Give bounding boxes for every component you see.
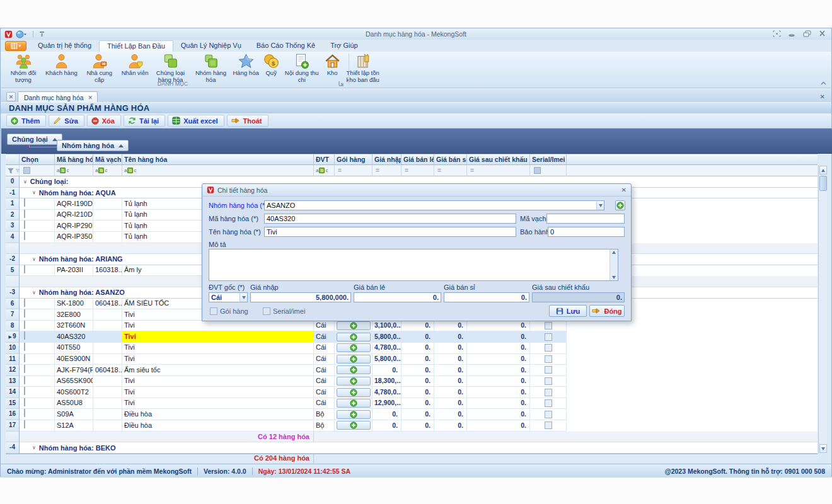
gia-sau-chiet-khau-input[interactable] xyxy=(532,292,625,302)
cell-ma[interactable]: 40AS320 xyxy=(55,331,93,343)
cell-le[interactable]: 0. xyxy=(402,365,434,376)
filter-cell-si[interactable]: = xyxy=(434,165,467,176)
cell-si[interactable]: 0. xyxy=(434,387,467,398)
cell-vach[interactable] xyxy=(93,398,122,410)
cell-ma[interactable]: AQR-I210DN(... xyxy=(55,210,93,221)
cell-si[interactable]: 0. xyxy=(434,331,467,343)
cell-le[interactable]: 0. xyxy=(402,343,434,354)
cell-ma[interactable]: 32T660N xyxy=(55,321,93,332)
group-chip-chung-loai[interactable]: Chủng loại xyxy=(7,134,62,145)
cell-serial[interactable] xyxy=(530,409,567,420)
cell-vach[interactable]: 160318... xyxy=(93,265,122,277)
table-row-12[interactable]: 12AJK-F794(R)060418...Ấm siêu tốcCái0.0.… xyxy=(6,365,818,376)
cell-chon[interactable] xyxy=(20,210,55,221)
cell-le[interactable]: 0. xyxy=(402,398,434,410)
filter-cell-le[interactable]: = xyxy=(402,165,434,176)
table-row-11[interactable]: 1140ES900NTiviCái5,800,0...0.0.0. xyxy=(6,354,818,365)
goi-hang-add-button[interactable] xyxy=(337,355,371,364)
cell-chon[interactable] xyxy=(20,299,55,310)
ribbon-item-3[interactable]: Nhân viên xyxy=(120,52,151,77)
cell-ck[interactable]: 0. xyxy=(467,420,530,432)
close-icon[interactable] xyxy=(818,30,826,37)
cell-nhap[interactable]: 3,100,0... xyxy=(373,321,402,332)
add-group-button[interactable] xyxy=(615,200,625,210)
goi-hang-add-button[interactable] xyxy=(337,365,371,374)
cell-nhap[interactable]: 0. xyxy=(373,420,402,432)
cell-dvt[interactable]: Cái xyxy=(314,365,335,376)
column-header-goi[interactable]: Gói hàng xyxy=(335,154,373,165)
cell-goi-hang[interactable] xyxy=(335,409,373,420)
row-checkbox-icon[interactable] xyxy=(24,331,25,340)
cell-chon[interactable] xyxy=(20,343,55,354)
user-orb-icon[interactable] xyxy=(16,30,27,38)
cell-nhap[interactable]: 12,900,... xyxy=(373,398,402,410)
row-checkbox-icon[interactable] xyxy=(24,309,25,318)
cell-ma[interactable]: AS50U8 xyxy=(55,398,93,410)
ten-hang-hoa-input[interactable] xyxy=(264,227,516,237)
ribbon-collapse-icon[interactable] xyxy=(821,81,826,85)
filter-cell-ma[interactable]: abc xyxy=(55,165,93,176)
cell-si[interactable]: 0. xyxy=(434,376,467,387)
close-button[interactable]: Đóng xyxy=(589,305,625,317)
cell-ten[interactable]: Tivi xyxy=(122,331,314,343)
table-row-15[interactable]: 15AS50U8TiviCái12,900,...0.0.0. xyxy=(6,398,818,410)
cell-ck[interactable]: 0. xyxy=(467,365,530,376)
row-checkbox-icon[interactable] xyxy=(24,220,25,229)
cell-le[interactable]: 0. xyxy=(402,321,434,332)
cell-le[interactable]: 0. xyxy=(402,409,434,420)
serial-checkbox-icon[interactable] xyxy=(545,411,552,418)
cell-ma[interactable]: AQR-IP290DB... xyxy=(55,220,93,232)
cell-goi-hang[interactable] xyxy=(335,420,373,432)
goi-hang-add-button[interactable] xyxy=(337,343,371,352)
table-row-13[interactable]: 13AS65SK900TiviCái18,300,...0.0.0. xyxy=(6,376,818,387)
row-checkbox-icon[interactable] xyxy=(24,420,25,428)
table-row-9[interactable]: ▶940AS320TiviCái5,800,0...0.0.0. xyxy=(6,331,818,343)
cell-chon[interactable] xyxy=(20,387,55,398)
cell-serial[interactable] xyxy=(530,321,567,332)
cell-chon[interactable] xyxy=(20,232,55,243)
ribbon-tab-0[interactable]: Quản trị hệ thống xyxy=(30,40,99,52)
tabstrip-right-close-icon[interactable]: ✕ xyxy=(820,93,825,100)
ribbon-item-7[interactable]: $Quỹ xyxy=(261,52,282,77)
row-checkbox-icon[interactable] xyxy=(24,387,25,395)
cell-ck[interactable]: 0. xyxy=(467,398,530,410)
column-header-chon[interactable]: Chọn xyxy=(20,154,55,165)
row-checkbox-icon[interactable] xyxy=(24,376,25,384)
cell-vach[interactable] xyxy=(93,220,122,232)
dvt-goc-combo[interactable] xyxy=(209,292,240,302)
cell-ten[interactable]: Ấm siêu tốc xyxy=(122,365,314,376)
ribbon-item-9[interactable]: Kho xyxy=(322,52,343,77)
cell-goi-hang[interactable] xyxy=(335,376,373,387)
ma-vach-input[interactable] xyxy=(546,214,625,224)
cell-vach[interactable] xyxy=(93,232,122,243)
cell-chon[interactable] xyxy=(20,354,55,365)
collapse-chevron-icon[interactable]: ∨ xyxy=(32,445,36,450)
serial-checkbox-icon[interactable] xyxy=(545,389,552,396)
goi-hang-checkbox[interactable]: Gói hàng xyxy=(210,307,248,315)
cell-vach[interactable] xyxy=(93,210,122,221)
vertical-scrollbar[interactable] xyxy=(818,165,827,454)
cell-vach[interactable]: 060418... xyxy=(93,299,122,310)
ribbon-item-1[interactable]: Khách hàng xyxy=(43,52,79,77)
cell-dvt[interactable]: Cái xyxy=(314,331,335,343)
cell-ma[interactable]: AQR-I190DN(... xyxy=(55,198,93,210)
cell-serial[interactable] xyxy=(530,398,567,410)
cell-nhap[interactable]: 4,780,0... xyxy=(373,343,402,354)
cell-chon[interactable] xyxy=(20,420,55,432)
cell-ten[interactable]: Tivi xyxy=(122,387,314,398)
goi-hang-add-button[interactable] xyxy=(337,388,371,397)
column-header-dvt[interactable]: ĐVT xyxy=(314,154,335,165)
cell-ma[interactable]: AQR-IP350DB... xyxy=(55,232,93,243)
cell-ma[interactable]: 40S600T2 xyxy=(55,387,93,398)
ribbon-item-5[interactable]: Nhóm hàng hóa xyxy=(191,52,231,84)
serial-checkbox-icon[interactable] xyxy=(545,421,552,429)
cell-vach[interactable] xyxy=(93,198,122,210)
cell-chon[interactable] xyxy=(20,198,55,210)
cell-serial[interactable] xyxy=(530,354,567,365)
table-row-8[interactable]: 832T660NTiviCái3,100,0...0.0.0. xyxy=(6,321,818,332)
cell-chon[interactable] xyxy=(20,331,55,343)
collapse-chevron-icon[interactable]: ∨ xyxy=(32,190,36,195)
cell-nhap[interactable]: 4,780,0... xyxy=(373,387,402,398)
cell-vach[interactable] xyxy=(93,420,122,432)
cell-nhap[interactable]: 0. xyxy=(373,365,402,376)
